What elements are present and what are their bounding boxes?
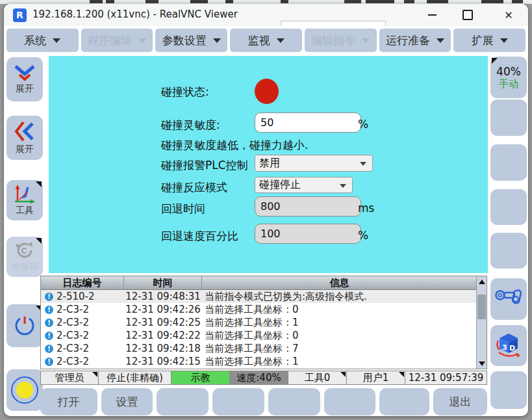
right-panel-button-2[interactable] — [490, 144, 527, 181]
bottom-bar-button[interactable] — [212, 388, 264, 415]
log-scrollbar[interactable] — [476, 276, 487, 369]
single-cycle-label: 单循环 — [11, 261, 38, 273]
plc-control-dropdown[interactable]: 禁用 — [255, 155, 373, 172]
speed-mode-button[interactable]: 40% 手动 — [490, 57, 527, 98]
status-cell[interactable]: 用户1 — [346, 371, 405, 385]
power-button[interactable] — [6, 304, 43, 347]
log-table-body: ! 2-510-2 12-31 09:48:31 当前指令模式已切换为:高级指令… — [41, 290, 487, 368]
log-table-row[interactable]: ! 2-C3-2 12-31 09:42:25 当前选择工具坐标：1 — [41, 316, 487, 329]
log-id-text: 2-510-2 — [57, 291, 95, 302]
scroll-down-button[interactable] — [477, 358, 487, 369]
background-fragment — [427, 0, 448, 3]
status-cell-label: 12-31 09:57:39 — [409, 372, 484, 384]
corner-marker-icon — [36, 181, 42, 187]
sensitivity-unit-label: % — [358, 118, 368, 131]
title-bar[interactable]: R 192.168.1.200 (x11vnc) - RealVNC Viewe… — [4, 4, 528, 26]
cycle-loop-icon: C — [14, 241, 36, 260]
info-icon: ! — [45, 332, 53, 340]
triangle-down-icon — [479, 361, 485, 366]
background-fragment — [481, 0, 503, 3]
log-table-row[interactable]: ! 2-C3-2 12-31 09:42:26 当前选择工具坐标：0 — [41, 303, 487, 316]
info-icon: ! — [45, 293, 53, 301]
log-table-row[interactable]: ! 2-C3-2 12-31 09:42:15 当前选择工具坐标：1 — [41, 355, 487, 368]
right-panel-button-1[interactable] — [490, 99, 527, 136]
bottom-bar-button[interactable] — [324, 388, 376, 415]
log-table-row[interactable]: ! 2-510-2 12-31 09:48:31 当前指令模式已切换为:高级指令… — [41, 290, 487, 303]
log-message-cell: 当前选择工具坐标：0 — [202, 304, 477, 316]
right-panel-button-3[interactable] — [490, 189, 527, 225]
log-id-cell: ! 2-C3-2 — [41, 343, 124, 354]
info-icon: ! — [45, 358, 53, 366]
expand-down-button[interactable]: 展开 — [6, 57, 43, 101]
log-time-column-header: 时间 — [124, 276, 202, 289]
log-message-cell: 当前选择工具坐标：7 — [202, 343, 477, 355]
bottom-bar-button[interactable] — [379, 388, 429, 415]
menu-item[interactable]: 监视 — [230, 29, 302, 52]
info-icon: ! — [45, 319, 53, 327]
menu-item[interactable]: 参数设置 — [155, 29, 227, 52]
collision-settings-panel: 碰撞状态: 碰撞灵敏度: % 碰撞灵敏度越低，碰撞力越小. 碰撞报警PLC控制 … — [49, 56, 488, 273]
reaction-mode-label: 碰撞反应模式 — [161, 180, 227, 195]
status-cell-label: 示教 — [191, 372, 210, 384]
log-id-cell: ! 2-C3-2 — [41, 317, 124, 328]
expand-left-button[interactable]: 展开 — [6, 116, 43, 160]
menu-item[interactable]: 运行准备 — [379, 29, 451, 52]
backoff-speed-input[interactable] — [255, 224, 361, 244]
log-message-cell: 当前指令模式已切换为:高级指令模式. — [202, 291, 477, 303]
status-cell-label: 停止(非精确) — [107, 372, 163, 384]
power-icon — [12, 313, 37, 338]
bottom-bar-button[interactable] — [268, 388, 320, 415]
speed-value: 40% — [496, 65, 521, 78]
log-id-text: 2-C3-2 — [57, 356, 89, 367]
corner-marker-icon — [492, 58, 498, 64]
status-cell[interactable]: 管理员 — [40, 371, 99, 385]
status-cell[interactable]: 停止(非精确) — [98, 371, 171, 385]
jog-controller-button[interactable] — [490, 278, 527, 320]
double-chevron-down-icon — [13, 64, 36, 82]
log-time-cell: 12-31 09:42:15 — [124, 356, 202, 367]
bottom-bar-button[interactable]: 打开 — [40, 388, 97, 415]
collision-status-indicator — [255, 79, 279, 104]
tool-coordinate-button[interactable]: J 工具 — [6, 180, 43, 220]
bottom-bar-button[interactable]: 设置 — [101, 388, 153, 415]
right-panel-button-4[interactable] — [490, 233, 527, 269]
log-time-cell: 12-31 09:42:22 — [124, 330, 202, 341]
tool-label: 工具 — [16, 205, 34, 217]
status-cell[interactable]: 示教 — [171, 371, 230, 385]
scroll-up-button[interactable] — [477, 276, 487, 287]
close-button[interactable]: ✕ — [494, 4, 523, 26]
background-fragment — [344, 0, 361, 3]
backoff-time-input[interactable] — [255, 196, 361, 217]
scrollbar-thumb[interactable] — [477, 295, 486, 319]
single-cycle-button[interactable]: C 单循环 — [6, 237, 43, 277]
corner-marker-icon — [340, 372, 346, 377]
maximize-button[interactable] — [453, 4, 482, 26]
deadman-enable-button[interactable] — [6, 369, 43, 411]
log-message-cell: 当前选择工具坐标：0 — [202, 330, 477, 342]
3d-view-button[interactable]: 3 D — [490, 325, 527, 366]
log-table-row[interactable]: ! 2-C3-2 12-31 09:42:22 当前选择工具坐标：0 — [41, 329, 487, 342]
background-fragment — [190, 0, 208, 3]
log-time-cell: 12-31 09:42:25 — [124, 317, 202, 328]
log-table-row[interactable]: ! 2-C3-2 12-31 09:42:18 当前选择工具坐标：7 — [41, 342, 487, 355]
menu-item[interactable]: 编辑指令 — [305, 29, 377, 52]
chevron-down-icon — [360, 162, 366, 166]
corner-marker-icon — [399, 372, 404, 377]
bottom-bar-button[interactable]: 退出 — [433, 388, 487, 415]
collision-sensitivity-input[interactable] — [255, 112, 361, 133]
status-cell[interactable]: 12-31 09:57:39 — [405, 371, 487, 385]
minimize-button[interactable] — [418, 4, 446, 26]
reaction-mode-dropdown[interactable]: 碰撞停止 — [255, 177, 353, 193]
menu-item[interactable]: 程序编辑 — [81, 29, 153, 52]
menu-item-label: 监视 — [248, 33, 270, 48]
right-panel-button-5[interactable] — [490, 371, 527, 409]
log-table: 日志编号 时间 信息 ! 2-510-2 12-31 09:48:31 当前指令… — [40, 276, 487, 369]
chevron-down-icon — [437, 38, 444, 43]
bottom-bar-button[interactable] — [157, 388, 209, 415]
status-cell-label: 速度:40% — [236, 372, 281, 384]
menu-item[interactable]: 扩展 — [453, 29, 526, 52]
chevron-down-icon — [53, 38, 60, 43]
status-cell[interactable]: 工具0 — [288, 371, 347, 385]
status-cell[interactable]: 速度:40% — [229, 371, 288, 385]
menu-item[interactable]: 系统 — [6, 29, 79, 52]
